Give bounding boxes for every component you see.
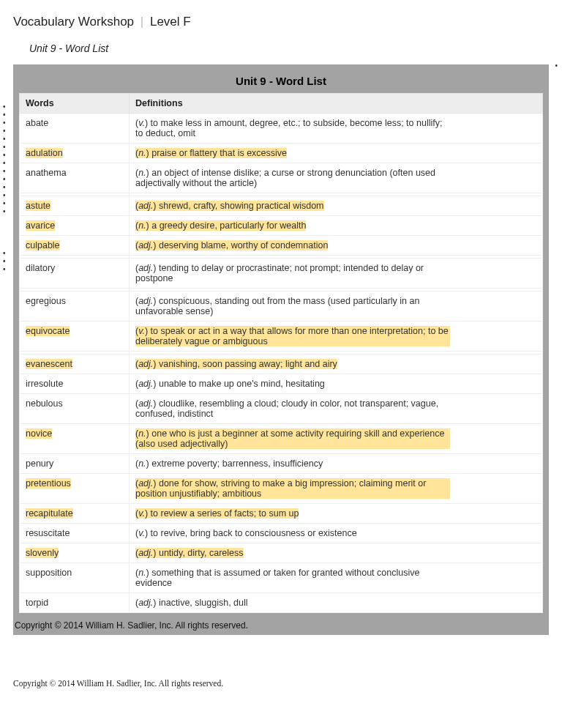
word-cell: astute	[20, 196, 130, 216]
part-of-speech: n.	[138, 220, 146, 231]
word: penury	[26, 458, 53, 469]
part-of-speech: n.	[138, 458, 146, 469]
page-title: Vocabulary Workshop | Level F	[13, 15, 549, 29]
definition: (n.) an object of intense dislike; a cur…	[135, 168, 450, 188]
definition-cell: (adj.) cloudlike, resembling a cloud; cl…	[130, 394, 543, 424]
definition: (n.) a greedy desire, particularly for w…	[135, 220, 306, 231]
word-cell: novice	[20, 424, 130, 454]
word: nebulous	[26, 398, 63, 409]
word: resuscitate	[26, 528, 70, 538]
table-row: dilatory(adj.) tending to delay or procr…	[20, 259, 543, 289]
title-separator: |	[140, 15, 143, 29]
part-of-speech: n.	[138, 148, 146, 158]
table-row: novice(n.) one who is just a beginner at…	[20, 424, 543, 454]
definition-cell: (n.) an object of intense dislike; a cur…	[130, 163, 543, 193]
word-cell: nebulous	[20, 394, 130, 424]
table-row: slovenly(adj.) untidy, dirty, careless	[20, 543, 543, 563]
word: novice	[26, 428, 52, 439]
definition-cell: (adj.) tending to delay or procrastinate…	[130, 259, 543, 289]
definition: (v.) to revive, bring back to consciousn…	[135, 528, 357, 538]
level-name: Level F	[150, 15, 191, 29]
part-of-speech: v.	[138, 118, 145, 128]
table-row: supposition(n.) something that is assume…	[20, 563, 543, 593]
bullet-markers-left: •••	[3, 249, 6, 273]
table-row: culpable(adj.) deserving blame, worthy o…	[20, 236, 543, 256]
word-cell: culpable	[20, 236, 130, 256]
panel-title: Unit 9 - Word List	[19, 70, 543, 93]
definition-cell: (n.) a greedy desire, particularly for w…	[130, 216, 543, 236]
word-cell: slovenly	[20, 543, 130, 563]
definition-cell: (v.) to speak or act in a way that allow…	[130, 322, 543, 352]
definition-cell: (adj.) inactive, sluggish, dull	[130, 593, 543, 613]
table-row: pretentious(adj.) done for show, strivin…	[20, 474, 543, 504]
word: avarice	[26, 220, 55, 231]
part-of-speech: n.	[138, 168, 146, 178]
definition: (adj.) inactive, sluggish, dull	[135, 598, 248, 608]
definition: (adj.) tending to delay or procrastinate…	[135, 263, 450, 283]
table-row: avarice(n.) a greedy desire, particularl…	[20, 216, 543, 236]
vocab-table: Words Definitions abate(v.) to make less…	[19, 93, 543, 613]
definition: (v.) to review a series of facts; to sum…	[135, 508, 299, 519]
table-row: equivocate(v.) to speak or act in a way …	[20, 322, 543, 352]
part-of-speech: n.	[138, 428, 146, 439]
definition-cell: (adj.) deserving blame, worthy of condem…	[130, 236, 543, 256]
definition: (adj.) shrewd, crafty, showing practical…	[135, 201, 324, 211]
part-of-speech: adj.	[138, 296, 153, 306]
definition: (adj.) conspicuous, standing out from th…	[135, 296, 450, 316]
col-header-words: Words	[20, 94, 130, 114]
table-row: penury(n.) extreme poverty; barrenness, …	[20, 454, 543, 474]
part-of-speech: adj.	[138, 359, 153, 369]
part-of-speech: v.	[138, 508, 145, 519]
definition: (adj.) vanishing, soon passing away; lig…	[135, 359, 337, 369]
col-header-definitions: Definitions	[130, 94, 543, 114]
word-list-panel: Unit 9 - Word List Words Definitions aba…	[13, 64, 549, 635]
word: abate	[26, 118, 48, 128]
table-row: egregious(adj.) conspicuous, standing ou…	[20, 291, 543, 322]
word-cell: irresolute	[20, 374, 130, 394]
inner-copyright: Copyright © 2014 William H. Sadlier, Inc…	[13, 620, 248, 631]
table-row: abate(v.) to make less in amount, degree…	[20, 114, 543, 144]
word-cell: supposition	[20, 563, 130, 593]
word: culpable	[26, 240, 60, 250]
word: slovenly	[26, 548, 59, 558]
word: supposition	[26, 568, 72, 578]
part-of-speech: adj.	[138, 398, 153, 409]
definition-cell: (adj.) vanishing, soon passing away; lig…	[130, 354, 543, 374]
table-row: astute(adj.) shrewd, crafty, showing pra…	[20, 196, 543, 216]
definition: (adj.) untidy, dirty, careless	[135, 548, 244, 558]
part-of-speech: adj.	[138, 201, 153, 211]
word: astute	[26, 201, 50, 211]
word: anathema	[26, 168, 67, 178]
word-cell: torpid	[20, 593, 130, 613]
part-of-speech: adj.	[138, 478, 153, 489]
definition: (n.) one who is just a beginner at some …	[135, 428, 450, 449]
definition-cell: (n.) something that is assumed or taken …	[130, 563, 543, 593]
table-row: recapitulate(v.) to review a series of f…	[20, 504, 543, 524]
word-cell: abate	[20, 114, 130, 144]
definition-cell: (n.) extreme poverty; barrenness, insuff…	[130, 454, 543, 474]
word: pretentious	[26, 478, 71, 489]
part-of-speech: n.	[138, 568, 146, 578]
definition: (n.) something that is assumed or taken …	[135, 568, 450, 588]
definition-cell: (v.) to review a series of facts; to sum…	[130, 504, 543, 524]
part-of-speech: adj.	[138, 598, 153, 608]
table-row: torpid(adj.) inactive, sluggish, dull	[20, 593, 543, 613]
definition-cell: (v.) to make less in amount, degree, etc…	[130, 114, 543, 144]
page: Vocabulary Workshop | Level F Unit 9 - W…	[0, 0, 562, 717]
word: equivocate	[26, 326, 70, 336]
definition-cell: (adj.) unable to make up one's mind, hes…	[130, 374, 543, 394]
word-cell: recapitulate	[20, 504, 130, 524]
word: egregious	[26, 296, 66, 306]
part-of-speech: v.	[138, 326, 145, 336]
definition-cell: (n.) praise or flattery that is excessiv…	[130, 144, 543, 163]
definition-cell: (adj.) conspicuous, standing out from th…	[130, 291, 543, 322]
table-row: evanescent(adj.) vanishing, soon passing…	[20, 354, 543, 374]
word-cell: resuscitate	[20, 524, 130, 543]
definition-cell: (n.) one who is just a beginner at some …	[130, 424, 543, 454]
bullet-marker: •	[555, 62, 558, 70]
definition-cell: (adj.) shrewd, crafty, showing practical…	[130, 196, 543, 216]
part-of-speech: adj.	[138, 548, 153, 558]
part-of-speech: adj.	[138, 240, 153, 250]
table-row: nebulous(adj.) cloudlike, resembling a c…	[20, 394, 543, 424]
table-row: adulation(n.) praise or flattery that is…	[20, 144, 543, 163]
